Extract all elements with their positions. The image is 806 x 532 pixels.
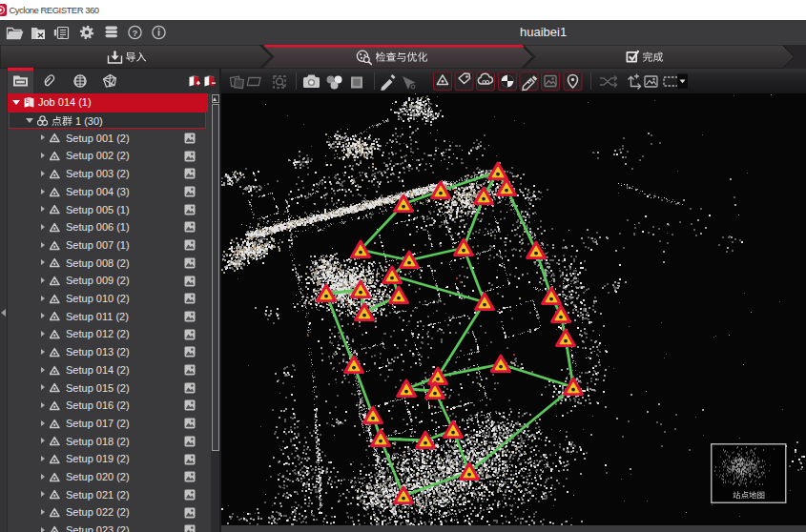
svg-text:?: ? bbox=[133, 28, 138, 38]
svg-text:1 (30): 1 (30) bbox=[75, 115, 103, 127]
